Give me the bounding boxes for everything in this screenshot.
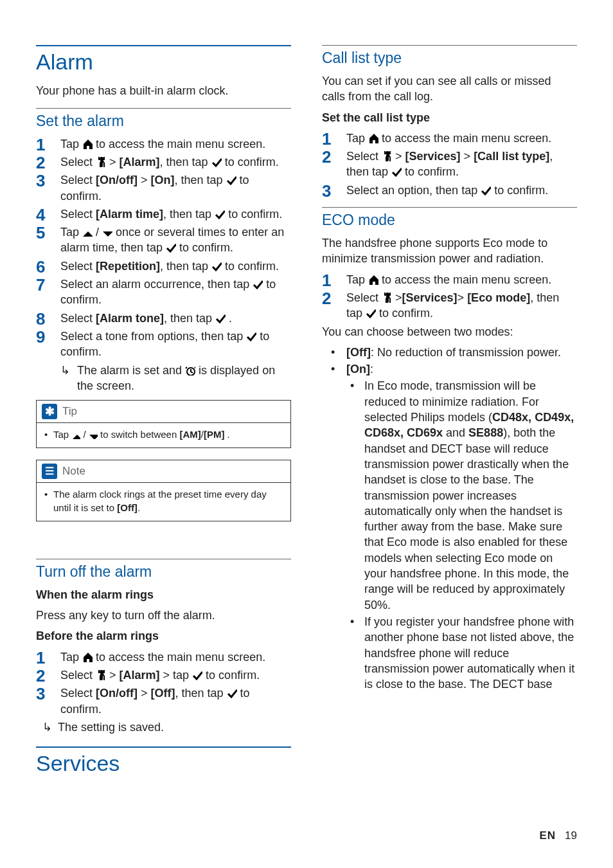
up-icon	[82, 230, 93, 237]
turn-off-steps: Tap to access the main menu screen. Sele…	[36, 649, 291, 717]
down-icon	[89, 433, 98, 439]
down-icon	[102, 230, 112, 237]
check-icon	[211, 157, 222, 167]
call-list-intro: You can set if you can see all calls or …	[322, 73, 577, 105]
before-rings-heading: Before the alarm rings	[36, 628, 291, 644]
section-title-services: Services	[36, 752, 291, 775]
when-rings-heading: When the alarm rings	[36, 587, 291, 602]
alarm-icon	[185, 365, 195, 375]
check-icon	[192, 670, 202, 680]
eco-on-sublist: In Eco mode, transmission will be reduce…	[346, 378, 577, 692]
asterisk-icon: ✱	[42, 404, 57, 419]
setting-saved-result: The setting is saved.	[36, 719, 291, 735]
check-icon	[226, 175, 236, 185]
check-icon	[246, 331, 256, 341]
section-title-alarm: Alarm	[36, 50, 291, 74]
eco-heading: ECO mode	[322, 212, 577, 229]
fork-icon	[382, 293, 392, 303]
eco-modes-intro: You can choose between two modes:	[322, 324, 577, 339]
home-icon	[368, 275, 378, 285]
home-icon	[82, 139, 93, 149]
alarm-intro: Your phone has a built-in alarm clock.	[36, 83, 291, 98]
set-alarm-result: The alarm is set and is displayed on the…	[36, 363, 291, 394]
up-icon	[71, 433, 80, 439]
check-icon	[166, 242, 176, 253]
check-icon	[481, 185, 491, 195]
when-rings-text: Press any key to turn off the alarm.	[36, 608, 291, 623]
fork-icon	[96, 670, 106, 680]
check-icon	[366, 308, 376, 318]
call-list-heading: Call list type	[322, 50, 577, 67]
eco-modes-list: [Off]: No reduction of transmission powe…	[322, 345, 577, 377]
call-list-steps: Tap to access the main menu screen. Sele…	[322, 131, 577, 198]
eco-intro: The handsfree phone supports Eco mode to…	[322, 235, 577, 267]
home-icon	[368, 133, 378, 143]
set-alarm-steps: Tap to access the main menu screen. Sele…	[36, 136, 291, 360]
note-icon: ☰	[42, 464, 57, 479]
turn-off-heading: Turn off the alarm	[36, 563, 291, 581]
fork-icon	[96, 157, 106, 167]
fork-icon	[382, 151, 392, 161]
check-icon	[215, 209, 225, 219]
call-list-subhead: Set the call list type	[322, 110, 577, 125]
check-icon	[391, 167, 402, 177]
home-icon	[82, 652, 93, 662]
check-icon	[227, 688, 237, 698]
page-footer: EN19	[539, 829, 577, 842]
check-icon	[253, 279, 263, 289]
check-icon	[211, 261, 222, 271]
note-callout: ☰ Note The alarm clock rings at the pres…	[36, 460, 291, 521]
eco-steps: Tap to access the main menu screen. Sele…	[322, 272, 577, 321]
check-icon	[215, 313, 226, 323]
set-alarm-heading: Set the alarm	[36, 113, 291, 130]
tip-callout: ✱ Tip Tap / to switch between [AM]/[PM] …	[36, 400, 291, 448]
